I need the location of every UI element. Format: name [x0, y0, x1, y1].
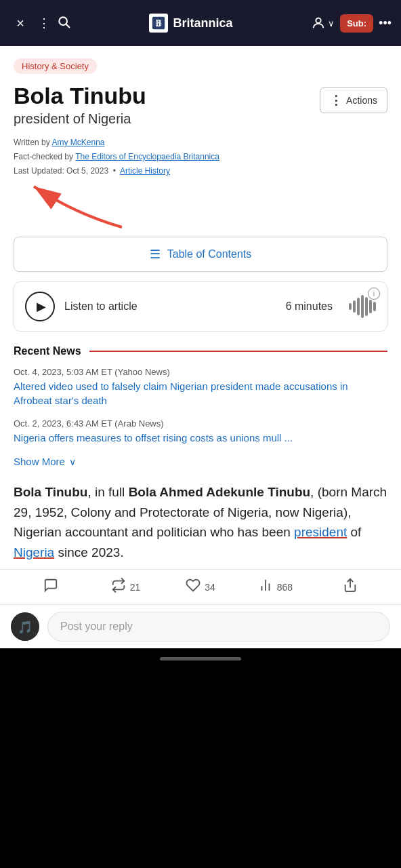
table-of-contents-button[interactable]: ☰ Table of Contents [14, 237, 387, 272]
recent-news-header: Recent News [14, 345, 387, 357]
home-indicator-area [0, 648, 401, 669]
news-item-2: Oct. 2, 2023, 6:43 AM ET (Arab News) Nig… [14, 418, 387, 445]
last-updated-row: Last Updated: Oct 5, 2023 • Article Hist… [14, 165, 387, 177]
svg-line-1 [66, 24, 70, 27]
britannica-logo-area: 𝔹 Britannica [77, 14, 304, 33]
britannica-site-name: Britannica [173, 16, 233, 31]
avatar-image: 🎵 [11, 612, 39, 641]
show-more-label: Show More [14, 456, 65, 467]
red-arrow-svg [14, 180, 149, 234]
news-link-1[interactable]: Altered video used to falsely claim Nige… [14, 379, 387, 408]
svg-point-4 [316, 18, 321, 23]
page-content: History & Society Bola Tinubu president … [0, 46, 401, 569]
reply-icon [43, 578, 58, 596]
article-title: Bola Tinubu [14, 83, 320, 108]
browser-bar: × ⋮ 𝔹 Britannica ∨ Sub: ••• [0, 0, 401, 46]
user-chevron: ∨ [328, 18, 335, 28]
fact-checked-by[interactable]: The Editors of Encyclopaedia Britannica [75, 152, 219, 161]
reply-avatar: 🎵 [11, 612, 39, 641]
reply-action[interactable] [14, 578, 88, 596]
user-account-button[interactable]: ∨ [311, 16, 335, 31]
article-subtitle: president of Nigeria [14, 111, 320, 127]
browser-bar-left: × ⋮ [9, 12, 70, 34]
news-date-1: Oct. 4, 2023, 5:03 AM ET (Yahoo News) [14, 367, 387, 377]
nigeria-link[interactable]: Nigeria [14, 545, 54, 559]
browser-more-button[interactable]: ••• [379, 16, 392, 31]
retweet-count: 21 [130, 582, 141, 593]
toc-label: Table of Contents [167, 248, 252, 260]
reply-input[interactable]: Post your reply [47, 612, 390, 642]
president-link[interactable]: president [294, 525, 347, 539]
waveform-bar [365, 297, 368, 316]
title-row: Bola Tinubu president of Nigeria ⋮ Actio… [14, 83, 387, 136]
listen-bar: ▶ Listen to article 6 minutes i [14, 281, 387, 332]
last-updated-text: Last Updated: Oct 5, 2023 [14, 166, 108, 176]
actions-button[interactable]: ⋮ Actions [320, 87, 387, 113]
news-date-2: Oct. 2, 2023, 6:43 AM ET (Arab News) [14, 418, 387, 429]
like-icon [186, 578, 200, 596]
close-button[interactable]: × [9, 12, 31, 34]
waveform-bar [357, 298, 360, 315]
subscribe-button[interactable]: Sub: [340, 14, 373, 33]
play-icon: ▶ [37, 299, 46, 314]
news-divider [89, 351, 387, 352]
article-history-link[interactable]: Article History [120, 166, 170, 176]
svg-text:🎵: 🎵 [18, 620, 33, 635]
toc-icon: ☰ [150, 247, 161, 262]
written-by-prefix: Written by [14, 138, 50, 147]
article-body-full-name: Bola Ahmed Adekunle Tinubu [129, 485, 310, 499]
article-body-of: of [347, 525, 361, 539]
news-item-1: Oct. 4, 2023, 5:03 AM ET (Yahoo News) Al… [14, 367, 387, 408]
browser-search-button[interactable] [57, 15, 70, 32]
listen-duration: 6 minutes [286, 300, 333, 313]
tweet-actions-bar: 21 34 868 [0, 569, 401, 604]
chart-action[interactable]: 868 [238, 578, 312, 596]
retweet-icon [111, 578, 126, 596]
actions-label: Actions [346, 95, 377, 106]
chart-icon [258, 578, 273, 596]
article-body-comma: , in full [87, 485, 128, 499]
like-count: 34 [205, 582, 215, 593]
red-arrow-annotation [14, 180, 387, 234]
waveform-bar [373, 302, 376, 311]
title-main: Bola Tinubu president of Nigeria [14, 83, 320, 136]
fact-checked-row: Fact-checked by The Editors of Encyclopa… [14, 151, 387, 163]
listen-label: Listen to article [64, 300, 276, 313]
fact-checked-prefix: Fact-checked by [14, 152, 73, 161]
chevron-down-icon: ∨ [69, 456, 76, 467]
written-by-row: Written by Amy McKenna [14, 136, 387, 149]
reply-bar: 🎵 Post your reply [0, 604, 401, 648]
retweet-action[interactable]: 21 [88, 578, 163, 596]
article-body: Bola Tinubu, in full Bola Ahmed Adekunle… [14, 482, 387, 569]
share-icon [343, 578, 358, 596]
news-link-2[interactable]: Nigeria offers measures to offset rising… [14, 431, 387, 445]
play-button[interactable]: ▶ [25, 292, 55, 321]
browser-dots-button[interactable]: ⋮ [38, 16, 50, 31]
actions-dots-icon: ⋮ [330, 93, 343, 108]
waveform-bar [349, 303, 352, 310]
waveform-bar [353, 300, 356, 313]
like-action[interactable]: 34 [163, 578, 238, 596]
category-tag[interactable]: History & Society [14, 58, 97, 74]
info-icon[interactable]: i [368, 288, 380, 300]
browser-right-controls: ∨ Sub: ••• [311, 14, 392, 33]
show-more-button[interactable]: Show More ∨ [14, 456, 387, 467]
waveform-bar [369, 300, 372, 313]
recent-news-title: Recent News [14, 345, 81, 357]
article-body-end: since 2023. [54, 545, 123, 559]
britannica-logo-icon: 𝔹 [149, 14, 168, 33]
svg-text:𝔹: 𝔹 [155, 18, 162, 28]
share-action[interactable] [313, 578, 387, 596]
waveform-bar [361, 295, 364, 318]
home-indicator [160, 657, 241, 660]
article-body-name: Bola Tinubu [14, 485, 87, 499]
written-by-author[interactable]: Amy McKenna [51, 138, 104, 147]
chart-count: 868 [277, 582, 293, 593]
